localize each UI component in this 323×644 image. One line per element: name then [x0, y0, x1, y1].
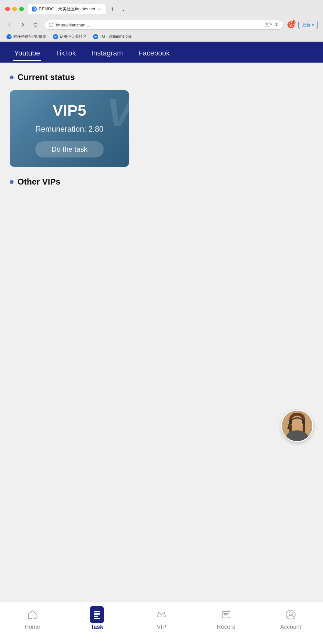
bookmark-favicon-3: Tm [93, 34, 98, 39]
url-actions: 文A [265, 22, 279, 28]
tab-bar: REMDO - 天美社区timibbs.net × + ⌄ [28, 4, 318, 14]
browser-tab[interactable]: REMDO - 天美社区timibbs.net × [28, 4, 106, 14]
share-icon[interactable] [274, 23, 279, 27]
account-icon [284, 608, 298, 622]
vip-crown-icon [154, 608, 169, 622]
vip-watermark: V [107, 93, 129, 132]
tab-title: REMDO - 天美社区timibbs.net [39, 6, 95, 12]
bottom-nav-home[interactable]: Home [0, 608, 65, 630]
bookmark-item-2[interactable]: Tm 认准->天美社区 [52, 33, 88, 40]
other-vips-dot [10, 180, 14, 184]
vip-card: V VIP5 Remuneration: 2.80 Do the task [10, 90, 129, 167]
bottom-nav-task[interactable]: Task [65, 608, 129, 630]
vip-level: VIP5 [53, 102, 86, 119]
svg-point-15 [287, 427, 290, 429]
url-text: https://dianzhan.... [56, 23, 262, 27]
bottom-nav-vip[interactable]: VIP [129, 608, 194, 630]
record-label: Record [217, 624, 235, 630]
bottom-nav-record[interactable]: Record [194, 608, 258, 630]
section-dot [10, 75, 14, 79]
do-task-button[interactable]: Do the task [35, 141, 103, 157]
page-content: Youtube TikTok Instagram Facebook Curren… [0, 42, 323, 558]
brave-shield-wrapper: 12 [287, 21, 295, 28]
vip-label: VIP [157, 624, 166, 630]
current-status-title: Current status [10, 72, 313, 82]
svg-rect-16 [94, 611, 100, 612]
svg-rect-18 [94, 616, 98, 617]
bottom-nav-account[interactable]: Account [258, 608, 323, 630]
back-button[interactable] [5, 20, 14, 29]
traffic-lights [5, 7, 24, 11]
bookmark-item-3[interactable]: Tm TG：@tianmeibbs [92, 33, 133, 40]
title-bar: REMDO - 天美社区timibbs.net × + ⌄ [0, 0, 323, 18]
current-status-section: Current status V VIP5 Remuneration: 2.80… [0, 63, 323, 174]
svg-point-23 [289, 612, 292, 615]
nav-tab-tiktok[interactable]: TikTok [48, 42, 84, 63]
account-label: Account [280, 624, 301, 630]
record-icon [219, 608, 233, 622]
support-avatar[interactable] [281, 410, 313, 442]
bookmark-label-3: TG：@tianmeibbs [100, 34, 132, 39]
translate-icon[interactable]: 文A [265, 22, 272, 28]
svg-rect-14 [302, 420, 305, 424]
brave-shields-button[interactable]: 12 [287, 21, 295, 28]
other-vips-title: Other VIPs [10, 177, 313, 187]
svg-rect-17 [94, 613, 100, 615]
close-window-button[interactable] [5, 7, 10, 11]
minimize-window-button[interactable] [12, 7, 17, 11]
home-icon [25, 608, 39, 622]
url-bar[interactable]: https://dianzhan.... 文A [44, 20, 284, 30]
address-bar: https://dianzhan.... 文A 12 更新 ≡ [0, 18, 323, 32]
bookmark-label-2: 认准->天美社区 [60, 34, 87, 39]
svg-rect-19 [94, 618, 100, 619]
nav-tab-youtube[interactable]: Youtube [6, 42, 48, 63]
task-icon [90, 608, 104, 622]
browser-chrome: REMDO - 天美社区timibbs.net × + ⌄ https://di… [0, 0, 323, 42]
bookmark-label-1: 程序搭建/开发/修复 [13, 34, 47, 39]
url-security-icon [49, 23, 53, 27]
home-label: Home [25, 624, 40, 630]
svg-point-21 [228, 611, 229, 612]
shield-badge: 12 [291, 20, 296, 25]
tab-favicon [32, 6, 37, 12]
svg-point-5 [51, 24, 51, 25]
update-button[interactable]: 更新 ≡ [298, 21, 318, 29]
bottom-nav: Home Task VIP [0, 602, 323, 644]
maximize-window-button[interactable] [19, 7, 24, 11]
nav-tab-facebook[interactable]: Facebook [131, 42, 178, 63]
tabs-menu-button[interactable]: ⌄ [120, 5, 127, 14]
reload-button[interactable] [31, 20, 40, 29]
tab-close-button[interactable]: × [97, 7, 102, 11]
new-tab-button[interactable]: + [108, 5, 117, 14]
bookmarks-bar: Tm 程序搭建/开发/修复 Tm 认准->天美社区 Tm TG：@tianmei… [0, 32, 323, 42]
forward-button[interactable] [18, 20, 27, 29]
other-vips-section: Other VIPs [0, 174, 323, 204]
bookmark-favicon-2: Tm [53, 34, 58, 39]
nav-tabs: Youtube TikTok Instagram Facebook [0, 42, 323, 63]
vip-remuneration: Remuneration: 2.80 [36, 125, 104, 134]
bookmark-favicon-1: Tm [6, 34, 12, 39]
bookmark-item-1[interactable]: Tm 程序搭建/开发/修复 [5, 33, 48, 40]
nav-tab-instagram[interactable]: Instagram [84, 42, 131, 63]
task-label: Task [90, 624, 103, 630]
support-avatar-inner [282, 411, 312, 441]
